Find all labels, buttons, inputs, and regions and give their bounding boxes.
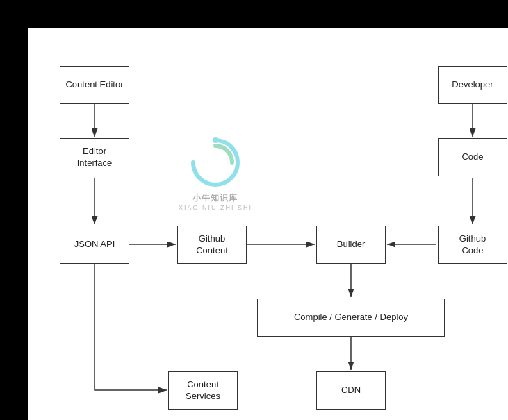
watermark: 小牛知识库 XIAO NIU ZHI SHI <box>179 135 252 211</box>
builder-box: Builder <box>316 226 386 264</box>
developer-box: Developer <box>438 66 507 104</box>
code-box: Code <box>438 138 507 176</box>
json-api-box: JSON API <box>60 226 129 264</box>
github-content-box: GithubContent <box>177 226 247 264</box>
compile-deploy-box: Compile / Generate / Deploy <box>257 299 445 337</box>
github-code-box: GithubCode <box>438 226 507 264</box>
diagram-container: Content Editor EditorInterface JSON API … <box>28 28 508 420</box>
editor-interface-box: EditorInterface <box>60 138 129 176</box>
watermark-text-en: XIAO NIU ZHI SHI <box>179 204 252 211</box>
content-services-box: ContentServices <box>168 371 238 410</box>
content-editor-box: Content Editor <box>60 66 129 104</box>
watermark-logo <box>188 135 243 190</box>
svg-point-10 <box>213 137 218 143</box>
watermark-text-cn: 小牛知识库 <box>192 192 238 204</box>
cdn-box: CDN <box>316 371 386 410</box>
